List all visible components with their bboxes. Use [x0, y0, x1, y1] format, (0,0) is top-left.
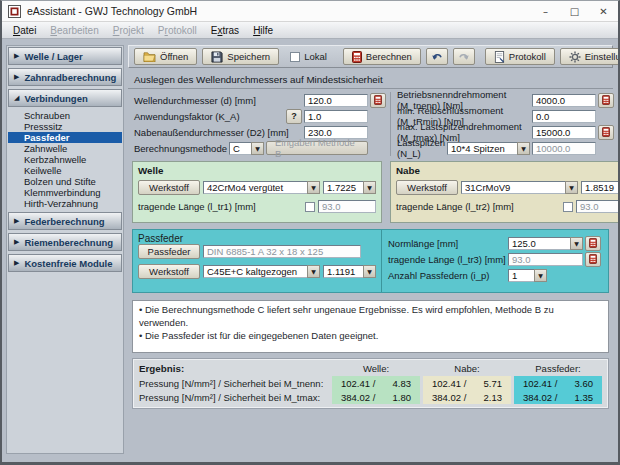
- sidebar-group-federberechnung[interactable]: ▶ Federberechnung: [8, 212, 122, 230]
- menu-extras[interactable]: Extras: [204, 24, 246, 37]
- results-panel: Ergebnis: Welle: Nabe: Passfeder: Pressu…: [132, 358, 609, 409]
- calculate-button[interactable]: Berechnen: [343, 48, 421, 65]
- calc-button[interactable]: [585, 236, 601, 251]
- nabe-werkstoff-button[interactable]: Werkstoff: [396, 180, 458, 195]
- window-title: eAssistant - GWJ Technology GmbH: [27, 5, 197, 17]
- message-line: • Die Passfeder ist für die eingegebenen…: [139, 329, 602, 342]
- protocol-button[interactable]: Protokoll: [485, 48, 555, 65]
- save-button[interactable]: Speichern: [202, 48, 279, 65]
- menu-datei[interactable]: Datei: [6, 24, 43, 37]
- sidebar-item-keilwelle[interactable]: Keilwelle: [8, 165, 122, 176]
- calc-button[interactable]: [598, 125, 614, 140]
- local-checkbox[interactable]: [290, 52, 300, 62]
- message-line: • Die Berechnungsmethode C liefert sehr …: [139, 303, 602, 329]
- local-checkbox-label: Lokal: [304, 51, 327, 62]
- material-panels: Welle Werkstoff 42CrMo4 vergütet ▼ 1.722…: [132, 161, 609, 223]
- welle-material-number-select[interactable]: 1.7225 ▼: [323, 181, 376, 194]
- nabe-material-number-select[interactable]: 1.8519 ▼: [581, 181, 620, 194]
- anzahl-passfedern-select[interactable]: 1 ▼: [508, 269, 547, 282]
- calculator-icon: [374, 95, 382, 105]
- results-col-nabe: Nabe:: [423, 363, 511, 376]
- chevron-down-icon: ▼: [363, 265, 376, 278]
- undo-button[interactable]: [426, 48, 448, 65]
- undo-icon: [431, 51, 443, 63]
- nabe-material-select[interactable]: 31CrMoV9 ▼: [461, 181, 578, 194]
- result-cell-nabe-tnenn: 102.41 /5.71: [423, 376, 511, 390]
- result-cell-nabe-tmax: 384.02 /2.13: [423, 390, 511, 404]
- sidebar-item-presssitz[interactable]: Presssitz: [8, 121, 122, 132]
- design-form: Wellendurchmesser (d) [mm] Anwendungsfak…: [128, 92, 613, 156]
- document-icon: [494, 51, 505, 63]
- passfeder-button[interactable]: Passfeder: [138, 244, 200, 259]
- nabe-length-checkbox[interactable]: [563, 202, 573, 212]
- reibschlussmoment-input[interactable]: [532, 110, 596, 123]
- app-window: eAssistant - GWJ Technology GmbH – □ ✕ D…: [0, 0, 620, 465]
- close-button[interactable]: ✕: [589, 1, 618, 21]
- berechnungsmethode-select[interactable]: C ▼: [229, 142, 264, 155]
- chevron-right-icon: ▶: [14, 238, 19, 246]
- sidebar-item-zahnwelle[interactable]: Zahnwelle: [8, 143, 122, 154]
- eingaben-methode-b-button: Eingaben Methode B: [266, 141, 368, 155]
- sidebar-group-verbindungen-items: Schrauben Presssitz Passfeder Zahnwelle …: [8, 110, 122, 209]
- passfeder-length-input: [508, 253, 583, 266]
- chevron-right-icon: ▶: [14, 217, 19, 225]
- passfeder-werkstoff-button[interactable]: Werkstoff: [138, 264, 200, 279]
- calc-button[interactable]: [598, 93, 614, 108]
- passfeder-material-select[interactable]: C45E+C kaltgezogen ▼: [203, 265, 320, 278]
- folder-open-icon: [143, 51, 156, 62]
- passfeder-material-number-select[interactable]: 1.1191 ▼: [323, 265, 376, 278]
- minimize-button[interactable]: –: [531, 1, 560, 21]
- welle-panel: Welle Werkstoff 42CrMo4 vergütet ▼ 1.722…: [132, 161, 382, 223]
- results-title: Ergebnis:: [139, 363, 329, 376]
- lastspitzendrehmoment-input[interactable]: [532, 126, 596, 139]
- sidebar-item-hirth-verzahnung[interactable]: Hirth-Verzahnung: [8, 198, 122, 209]
- welle-material-select[interactable]: 42CrMo4 vergütet ▼: [203, 181, 320, 194]
- sidebar-group-welle-lager[interactable]: ▶ Welle / Lager: [8, 47, 122, 65]
- sidebar-item-bolzen-und-stifte[interactable]: Bolzen und Stifte: [8, 176, 122, 187]
- toolbar: Öffnen Speichern Lokal Berechnen: [128, 45, 613, 68]
- betriebsnenndrehmoment-input[interactable]: [532, 94, 596, 107]
- chevron-down-icon: ▼: [307, 181, 320, 194]
- menu-bearbeiten: Bearbeiten: [43, 24, 105, 37]
- anwendungsfaktor-input[interactable]: [304, 110, 368, 123]
- sidebar-item-klemmverbindung[interactable]: Klemmverbindung: [8, 187, 122, 198]
- results-row-label: Pressung [N/mm²] / Sicherheit bei M_tnen…: [139, 376, 329, 390]
- settings-button[interactable]: Einstellungen: [560, 48, 620, 65]
- nabe-length-input: [576, 200, 620, 213]
- open-button[interactable]: Öffnen: [134, 48, 197, 65]
- passfeder-length-label: tragende Länge (l_tr3) [mm]: [388, 254, 506, 265]
- sidebar-group-riemenberechnung[interactable]: ▶ Riemenberechnung: [8, 233, 122, 251]
- help-question-button[interactable]: ?: [286, 109, 302, 124]
- redo-button: [453, 48, 475, 65]
- result-cell-welle-tmax: 384.02 /1.80: [332, 390, 420, 404]
- normlaenge-select[interactable]: 125.0 ▼: [508, 237, 583, 250]
- sidebar-group-kostenfreie-module[interactable]: ▶ Kostenfreie Module: [8, 254, 122, 272]
- result-cell-passfeder-tnenn: 102.41 /3.60: [514, 376, 602, 390]
- page-title: Auslegen des Wellendurchmessers auf Mind…: [128, 72, 613, 89]
- nabe-length-label: tragende Länge (l_tr2) [mm]: [396, 201, 560, 212]
- calc-button[interactable]: [370, 93, 386, 108]
- calc-button[interactable]: [585, 252, 601, 267]
- passfeder-din-input[interactable]: [203, 245, 361, 258]
- welle-werkstoff-button[interactable]: Werkstoff: [138, 180, 200, 195]
- local-checkbox-row: Lokal: [284, 51, 333, 62]
- sidebar-group-verbindungen[interactable]: ◢ Verbindungen: [8, 89, 122, 107]
- passfeder-panel: Passfeder Passfeder Werkstoff C45E+C kal…: [132, 229, 609, 293]
- sidebar-item-kerbzahnwelle[interactable]: Kerbzahnwelle: [8, 154, 122, 165]
- menu-hilfe[interactable]: Hilfe: [246, 24, 280, 37]
- sidebar-item-passfeder[interactable]: Passfeder: [8, 132, 122, 143]
- chevron-down-icon: ▼: [517, 142, 530, 155]
- welle-length-checkbox[interactable]: [305, 202, 315, 212]
- chevron-down-icon: ▼: [363, 181, 376, 194]
- sidebar-item-schrauben[interactable]: Schrauben: [8, 110, 122, 121]
- results-col-passfeder: Passfeder:: [514, 363, 602, 376]
- chevron-down-icon: ▼: [565, 181, 578, 194]
- lastspitzen-select[interactable]: 10*4 Spitzen ▼: [447, 142, 530, 155]
- maximize-button[interactable]: □: [560, 1, 589, 21]
- sidebar-group-zahnradberechnung[interactable]: ▶ Zahnradberechnung: [8, 68, 122, 86]
- passfeder-title: Passfeder: [138, 233, 376, 244]
- lastspitzen-label: Lastspitzen (N_L): [397, 137, 445, 159]
- wellendurchmesser-input[interactable]: [304, 94, 368, 107]
- chevron-down-icon: ▼: [251, 142, 264, 155]
- gear-icon: [569, 51, 581, 63]
